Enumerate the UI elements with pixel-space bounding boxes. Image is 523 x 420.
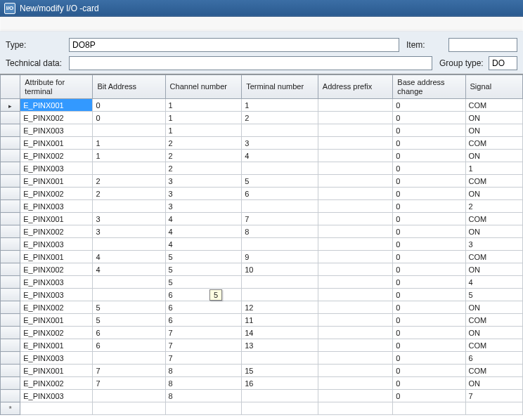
cell-bit[interactable]: 5 — [93, 314, 165, 327]
cell-term[interactable] — [242, 276, 318, 289]
cell-attr[interactable]: E_PINX001 — [20, 339, 93, 352]
cell-sig[interactable]: ON — [465, 377, 523, 390]
cell-bit[interactable]: 6 — [93, 327, 165, 339]
cell-attr[interactable]: E_PINX002 — [20, 377, 93, 390]
cell-term[interactable]: 1 — [242, 99, 318, 112]
cell-bit[interactable] — [93, 289, 165, 301]
table-row[interactable]: E_PINX00156110COM — [1, 314, 523, 327]
cell-empty[interactable] — [393, 402, 465, 415]
table-row[interactable]: E_PINX0013470COM — [1, 213, 523, 225]
cell-prefix[interactable] — [318, 137, 392, 150]
cell-prefix[interactable] — [318, 263, 392, 276]
cell-empty[interactable] — [465, 402, 523, 415]
row-header[interactable] — [1, 137, 20, 150]
cell-chan[interactable]: 2 — [165, 137, 242, 150]
cell-term[interactable] — [242, 390, 318, 402]
cell-sig[interactable]: ON — [465, 112, 523, 124]
cell-sig[interactable]: COM — [465, 99, 523, 112]
cell-bit[interactable] — [93, 276, 165, 289]
table-row[interactable]: E_PINX0010110COM — [1, 99, 523, 112]
table-row[interactable]: E_PINX0011230COM — [1, 137, 523, 150]
cell-base[interactable]: 0 — [393, 162, 465, 175]
cell-base[interactable]: 0 — [393, 289, 465, 301]
table-row[interactable]: E_PINX0012350COM — [1, 175, 523, 188]
cell-term[interactable]: 13 — [242, 339, 318, 352]
row-header[interactable] — [1, 225, 20, 238]
cell-chan[interactable]: 3 — [165, 175, 242, 188]
cell-prefix[interactable] — [318, 289, 392, 301]
col-header-base[interactable]: Base address change — [393, 75, 465, 99]
cell-prefix[interactable] — [318, 352, 392, 365]
cell-bit[interactable]: 2 — [93, 188, 165, 200]
row-header[interactable] — [1, 200, 20, 213]
table-row[interactable]: E_PINX0020120ON — [1, 112, 523, 124]
cell-term[interactable]: 10 — [242, 263, 318, 276]
cell-base[interactable]: 0 — [393, 225, 465, 238]
cell-prefix[interactable] — [318, 276, 392, 289]
table-row[interactable]: E_PINX003807 — [1, 390, 523, 402]
cell-attr[interactable]: E_PINX003 — [20, 352, 93, 365]
cell-sig[interactable]: 6 — [465, 352, 523, 365]
cell-prefix[interactable] — [318, 162, 392, 175]
cell-chan[interactable]: 5 — [165, 263, 242, 276]
cell-bit[interactable] — [93, 390, 165, 402]
cell-prefix[interactable] — [318, 112, 392, 124]
cell-chan[interactable]: 3 — [165, 188, 242, 200]
cell-attr[interactable]: E_PINX003 — [20, 200, 93, 213]
cell-term[interactable]: 5 — [242, 175, 318, 188]
cell-base[interactable]: 0 — [393, 175, 465, 188]
table-row[interactable]: E_PINX00256120ON — [1, 301, 523, 314]
cell-sig[interactable]: 4 — [465, 276, 523, 289]
cell-empty[interactable] — [242, 402, 318, 415]
row-header[interactable] — [1, 314, 20, 327]
row-header[interactable] — [1, 276, 20, 289]
cell-attr[interactable]: E_PINX003 — [20, 289, 93, 301]
cell-prefix[interactable] — [318, 365, 392, 377]
table-row[interactable]: E_PINX0023480ON — [1, 225, 523, 238]
cell-attr[interactable]: E_PINX001 — [20, 99, 93, 112]
cell-term[interactable]: 9 — [242, 251, 318, 263]
cell-attr[interactable]: E_PINX002 — [20, 225, 93, 238]
cell-bit[interactable]: 1 — [93, 150, 165, 162]
row-header[interactable] — [1, 162, 20, 175]
col-header-term[interactable]: Terminal number — [242, 75, 318, 99]
cell-term[interactable] — [242, 352, 318, 365]
row-header[interactable] — [1, 390, 20, 402]
row-header[interactable] — [1, 301, 20, 314]
cell-attr[interactable]: E_PINX002 — [20, 301, 93, 314]
cell-sig[interactable]: ON — [465, 124, 523, 137]
cell-term[interactable]: 6 — [242, 188, 318, 200]
row-header[interactable] — [1, 150, 20, 162]
cell-prefix[interactable] — [318, 188, 392, 200]
cell-attr[interactable]: E_PINX001 — [20, 175, 93, 188]
cell-bit[interactable]: 0 — [93, 112, 165, 124]
cell-chan[interactable]: 1 — [165, 99, 242, 112]
cell-attr[interactable]: E_PINX003 — [20, 238, 93, 251]
cell-bit[interactable]: 2 — [93, 175, 165, 188]
cell-base[interactable]: 0 — [393, 124, 465, 137]
cell-base[interactable]: 0 — [393, 213, 465, 225]
cell-term[interactable]: 3 — [242, 137, 318, 150]
cell-attr[interactable]: E_PINX002 — [20, 188, 93, 200]
cell-sig[interactable]: ON — [465, 225, 523, 238]
cell-prefix[interactable] — [318, 251, 392, 263]
cell-attr[interactable]: E_PINX003 — [20, 124, 93, 137]
cell-term[interactable] — [242, 289, 318, 301]
table-row[interactable]: E_PINX003605 — [1, 289, 523, 301]
cell-sig[interactable]: ON — [465, 150, 523, 162]
cell-base[interactable]: 0 — [393, 301, 465, 314]
cell-chan[interactable]: 7 — [165, 339, 242, 352]
cell-chan[interactable]: 4 — [165, 213, 242, 225]
cell-attr[interactable]: E_PINX001 — [20, 137, 93, 150]
titlebar[interactable]: I/O New/modify I/O -card — [0, 0, 523, 17]
cell-bit[interactable]: 3 — [93, 225, 165, 238]
cell-bit[interactable]: 5 — [93, 301, 165, 314]
cell-bit[interactable]: 6 — [93, 339, 165, 352]
cell-empty[interactable] — [165, 402, 242, 415]
cell-attr[interactable]: E_PINX003 — [20, 162, 93, 175]
cell-bit[interactable]: 3 — [93, 213, 165, 225]
table-new-row[interactable]: * — [1, 402, 523, 415]
cell-base[interactable]: 0 — [393, 238, 465, 251]
cell-prefix[interactable] — [318, 238, 392, 251]
cell-chan[interactable]: 3 — [165, 200, 242, 213]
